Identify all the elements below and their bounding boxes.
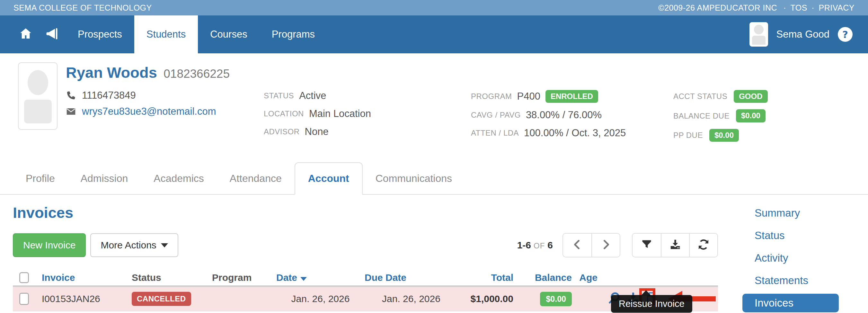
- filter-button[interactable]: [632, 233, 661, 257]
- nav-item-students[interactable]: Students: [134, 15, 198, 58]
- topbar-links: ©2009-26 AMPEDUCATOR INC · TOS · PRIVACY: [656, 3, 855, 12]
- advisor-value: None: [305, 126, 329, 137]
- invoice-id[interactable]: I00153JAN26: [42, 293, 132, 304]
- sidebar-item-invoices[interactable]: Invoices: [742, 294, 839, 312]
- refresh-button[interactable]: [689, 233, 717, 257]
- status-label: STATUS: [264, 91, 294, 100]
- avatar-head-shape: [28, 70, 48, 95]
- sidebar-item-status[interactable]: Status: [731, 226, 868, 245]
- refresh-icon: [698, 239, 710, 252]
- student-tabs: Profile Admission Academics Attendance A…: [0, 162, 868, 195]
- nav-item-courses[interactable]: Courses: [198, 15, 259, 53]
- status-badge: CANCELLED: [132, 292, 191, 306]
- advisor-label: ADVISOR: [264, 127, 300, 136]
- help-icon[interactable]: ?: [838, 27, 852, 42]
- phone-icon: [66, 90, 76, 101]
- student-email-link[interactable]: wrys7eu83ue3@notemail.com: [82, 106, 216, 117]
- next-page-button[interactable]: [591, 233, 620, 257]
- location-value: Main Location: [309, 108, 371, 120]
- program-value: P400: [517, 91, 540, 102]
- sidebar-item-statements[interactable]: Statements: [731, 271, 868, 290]
- sort-desc-icon: [300, 277, 307, 281]
- invoice-actionbar: New Invoice More Actions 1-6OF6: [13, 233, 718, 257]
- date-cell: Jan. 26, 2026: [276, 293, 365, 304]
- tab-profile[interactable]: Profile: [13, 163, 68, 194]
- prev-page-button[interactable]: [563, 233, 591, 257]
- atten-lda-label: ATTEN / LDA: [471, 129, 519, 137]
- envelope-icon: [66, 106, 76, 117]
- student-name: Ryan Woods: [66, 64, 157, 81]
- table-header-row: Invoice Status Program Date Due Date Tot…: [13, 270, 718, 287]
- enrolled-badge: ENROLLED: [546, 90, 598, 103]
- table-tools-group: [632, 233, 718, 257]
- megaphone-icon: [45, 27, 59, 42]
- nav-item-programs[interactable]: Programs: [259, 15, 327, 53]
- main-navbar: Prospects Students Courses Programs Sema…: [0, 15, 868, 53]
- tos-link[interactable]: TOS: [790, 3, 807, 12]
- balance-due-badge: $0.00: [736, 109, 766, 122]
- student-id: 0182366225: [163, 67, 230, 80]
- more-actions-button[interactable]: More Actions: [90, 233, 178, 257]
- location-label: LOCATION: [264, 109, 304, 118]
- home-icon: [19, 27, 32, 41]
- student-avatar: [18, 62, 58, 130]
- pp-due-label: PP DUE: [673, 131, 703, 140]
- header-total[interactable]: Total: [458, 272, 513, 283]
- pager-group: [562, 233, 620, 257]
- tab-admission[interactable]: Admission: [68, 163, 141, 194]
- status-value: Active: [299, 90, 326, 101]
- filter-icon: [641, 239, 652, 252]
- header-invoice[interactable]: Invoice: [42, 272, 132, 283]
- pagination-of: OF: [534, 241, 545, 250]
- select-all-checkbox[interactable]: [19, 272, 29, 283]
- cavg-pavg-label: CAVG / PAVG: [471, 111, 521, 120]
- download-icon: [669, 239, 681, 252]
- account-sidebar: Summary Status Activity Statements Invoi…: [731, 195, 868, 313]
- cavg-pavg-value: 38.00% / 76.00%: [526, 109, 602, 121]
- balance-badge: $0.00: [540, 292, 572, 306]
- tab-academics[interactable]: Academics: [141, 163, 217, 194]
- copyright-text: ©2009-26 AMPEDUCATOR INC: [658, 3, 777, 12]
- pagination-total: 6: [548, 240, 553, 250]
- chevron-left-icon: [571, 239, 583, 252]
- header-date[interactable]: Date: [276, 272, 365, 283]
- program-label: PROGRAM: [471, 92, 512, 101]
- pagination-range: 1-6: [517, 240, 531, 250]
- header-date-label: Date: [276, 272, 297, 283]
- atten-lda-value: 100.00% / Oct. 3, 2025: [524, 127, 626, 139]
- page-title: Invoices: [13, 204, 731, 221]
- due-date-cell: Jan. 26, 2026: [365, 293, 458, 304]
- pagination-text: 1-6OF6: [517, 240, 553, 251]
- acct-status-label: ACCT STATUS: [673, 92, 727, 101]
- tab-communications[interactable]: Communications: [363, 163, 465, 194]
- export-button[interactable]: [661, 233, 689, 257]
- header-age[interactable]: Age: [575, 272, 600, 283]
- avatar-head-shape: [754, 25, 764, 34]
- top-bar: SEMA COLLEGE OF TECHNOLOGY ©2009-26 AMPE…: [0, 0, 868, 15]
- privacy-link[interactable]: PRIVACY: [819, 3, 855, 12]
- announcements-button[interactable]: [38, 15, 65, 53]
- new-invoice-button[interactable]: New Invoice: [13, 233, 86, 257]
- student-phone: 1116473849: [82, 90, 136, 101]
- user-name[interactable]: Sema Good: [776, 29, 830, 40]
- nav-item-prospects[interactable]: Prospects: [65, 15, 134, 53]
- avatar-body-shape: [752, 36, 766, 45]
- pp-due-badge: $0.00: [709, 129, 739, 142]
- separator: ·: [783, 3, 786, 12]
- header-program: Program: [212, 272, 276, 283]
- balance-due-label: BALANCE DUE: [673, 112, 730, 121]
- header-balance[interactable]: Balance: [513, 272, 575, 283]
- tab-attendance[interactable]: Attendance: [217, 163, 294, 194]
- more-actions-label: More Actions: [100, 240, 156, 251]
- sidebar-item-activity[interactable]: Activity: [731, 249, 868, 268]
- reissue-invoice-tooltip: Reissue Invoice: [611, 295, 692, 313]
- tab-account[interactable]: Account: [294, 162, 363, 195]
- header-status: Status: [132, 272, 212, 283]
- home-button[interactable]: [13, 15, 38, 53]
- row-checkbox[interactable]: [19, 293, 29, 305]
- sidebar-item-summary[interactable]: Summary: [731, 204, 868, 222]
- header-due-date[interactable]: Due Date: [365, 272, 458, 283]
- user-avatar[interactable]: [749, 22, 768, 46]
- total-cell: $1,000.00: [458, 293, 513, 304]
- school-name: SEMA COLLEGE OF TECHNOLOGY: [13, 3, 152, 12]
